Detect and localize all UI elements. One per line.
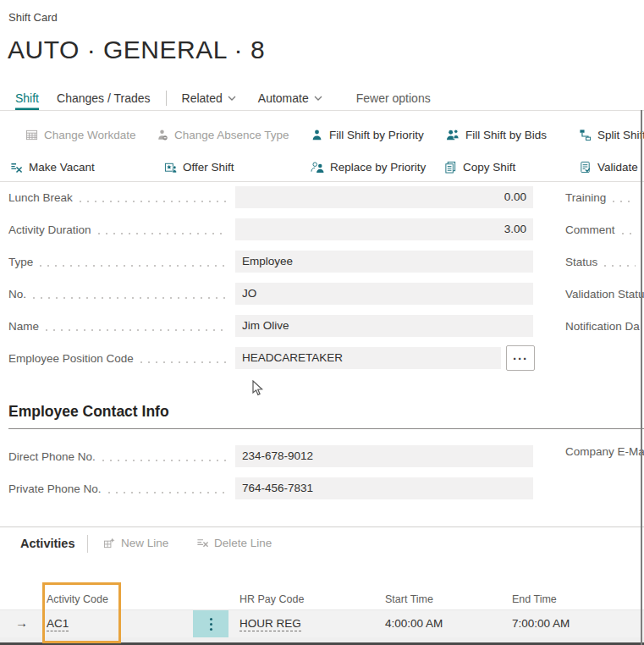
tab-changes-trades[interactable]: Changes / Trades <box>57 86 151 110</box>
field-label: Comment <box>565 223 615 236</box>
offer-shift-button[interactable]: Offer Shift <box>164 157 234 176</box>
delete-line-icon <box>196 537 209 549</box>
action-label: Replace by Priority <box>330 161 426 174</box>
start-time-cell[interactable]: 4:00:00 AM <box>385 617 443 630</box>
vertical-dots-icon <box>210 623 212 626</box>
dotted-leader <box>80 201 227 202</box>
action-label: Make Vacant <box>29 161 95 174</box>
dotted-leader <box>108 492 227 493</box>
delete-line-button[interactable]: Delete Line <box>196 537 272 549</box>
dotted-leader <box>140 361 227 363</box>
action-label: Fill Shift by Priority <box>329 129 424 141</box>
tab-related-label: Related <box>182 91 223 105</box>
field-row-no: No. JO <box>0 278 644 310</box>
activity-code-cell[interactable]: AC1 <box>47 617 69 631</box>
window-right-edge <box>641 110 642 645</box>
make-vacant-button[interactable]: Make Vacant <box>10 157 95 176</box>
column-header-end-time[interactable]: End Time <box>512 593 557 605</box>
menu-tab-bar: Shift Changes / Trades Related Automate … <box>0 86 644 111</box>
type-input[interactable]: Employee <box>235 251 533 273</box>
field-label: Direct Phone No. <box>8 450 96 463</box>
column-header-activity-code[interactable]: Activity Code <box>47 593 108 605</box>
field-label: Type <box>8 256 33 268</box>
assist-edit-button[interactable]: ··· <box>506 345 535 371</box>
end-time-cell[interactable]: 7:00:00 AM <box>512 617 570 630</box>
field-label: Status <box>565 256 597 268</box>
private-phone-input[interactable]: 764-456-7831 <box>235 477 533 499</box>
action-label: Validate <box>597 161 638 174</box>
person-status-icon <box>156 129 168 141</box>
replace-by-priority-button[interactable]: Replace by Priority <box>311 157 426 176</box>
field-label: Activity Duration <box>8 223 91 236</box>
employee-position-code-input[interactable]: HEADCARETAKER <box>235 347 501 369</box>
replace-people-icon <box>311 161 324 174</box>
lunch-break-input[interactable]: 0.00 <box>235 186 533 208</box>
field-row-private-phone: Private Phone No. 764-456-7831 <box>0 472 644 504</box>
activity-duration-input[interactable]: 3.00 <box>235 218 533 240</box>
field-label: Name <box>8 320 39 333</box>
row-options-button[interactable] <box>193 610 228 637</box>
direct-phone-input[interactable]: 234-678-9012 <box>235 445 533 467</box>
dotted-leader <box>40 265 227 267</box>
hr-pay-code-cell[interactable]: HOUR REG <box>239 617 301 631</box>
tab-fewer-options[interactable]: Fewer options <box>356 86 431 110</box>
change-absence-type-button[interactable]: Change Absence Type <box>156 125 289 144</box>
field-label-company-email: Company E-Ma <box>565 445 644 458</box>
activities-part: Activities New Line Delete Line Activity… <box>0 526 644 638</box>
column-header-start-time[interactable]: Start Time <box>385 593 433 605</box>
field-label: Lunch Break <box>8 191 73 204</box>
field-row-employee-position-code: Employee Position Code HEADCARETAKER ··· <box>0 342 644 374</box>
dotted-leader <box>46 329 227 331</box>
change-workdate-button[interactable]: Change Workdate <box>25 125 136 144</box>
field-row-name: Name Jim Olive <box>0 310 644 342</box>
fill-shift-by-priority-button[interactable]: Fill Shift by Priority <box>311 125 424 144</box>
chevron-down-icon <box>228 96 236 101</box>
field-label: Training <box>565 191 606 204</box>
tab-related[interactable]: Related <box>182 86 236 110</box>
field-row-status: Status <box>565 245 644 278</box>
page-title: AUTO · GENERAL · 8 <box>8 36 265 64</box>
column-header-hr-pay-code[interactable]: HR Pay Code <box>239 593 304 605</box>
people-icon <box>446 129 460 141</box>
field-label: Private Phone No. <box>8 482 102 495</box>
validate-button[interactable]: Validate <box>579 157 638 176</box>
tab-shift[interactable]: Shift <box>15 86 39 110</box>
field-row-comment: Comment <box>565 213 644 245</box>
split-shift-button[interactable]: Split Shift <box>579 125 644 144</box>
field-label: Notification Da <box>565 320 640 333</box>
no-input[interactable]: JO <box>235 283 533 305</box>
action-label: Offer Shift <box>183 161 234 174</box>
field-row-type: Type Employee <box>0 245 644 278</box>
action-label: Change Workdate <box>44 129 136 141</box>
calendar-icon <box>25 129 38 141</box>
table-row: → AC1 HOUR REG 4:00:00 AM 7:00:00 AM <box>0 609 644 638</box>
make-vacant-icon <box>10 161 23 174</box>
action-label: Fill Shift by Bids <box>465 129 547 141</box>
name-input[interactable]: Jim Olive <box>235 315 533 337</box>
field-row-lunch-break: Lunch Break 0.00 <box>0 181 644 213</box>
copy-icon <box>444 161 457 174</box>
fill-shift-by-bids-button[interactable]: Fill Shift by Bids <box>446 125 547 144</box>
section-heading: Employee Contact Info <box>8 403 644 421</box>
activities-title: Activities <box>20 537 74 550</box>
action-toolbar: Change Workdate Change Absence Type Fill… <box>0 111 644 182</box>
copy-shift-button[interactable]: Copy Shift <box>444 157 515 176</box>
active-row-arrow-icon: → <box>15 615 28 630</box>
employee-contact-info-section: Employee Contact Info Direct Phone No. 2… <box>0 398 644 504</box>
dotted-leader <box>98 233 227 234</box>
tab-automate[interactable]: Automate <box>258 86 322 110</box>
new-line-button[interactable]: New Line <box>103 537 168 549</box>
action-label: Split Shift <box>597 129 644 141</box>
split-icon <box>579 129 592 141</box>
part-divider <box>87 535 88 553</box>
field-label: Employee Position Code <box>8 352 134 365</box>
field-row-validation-status: Validation Statu <box>565 278 644 310</box>
action-label: New Line <box>121 537 168 549</box>
dotted-leader <box>622 233 636 234</box>
new-line-icon <box>103 537 116 549</box>
section-heading-wrap: Employee Contact Info <box>8 398 644 429</box>
shift-card-page: Shift Card AUTO · GENERAL · 8 Shift Chan… <box>0 0 644 645</box>
field-row-training: Training <box>565 181 644 213</box>
validate-icon <box>579 161 592 174</box>
mouse-cursor <box>252 380 264 397</box>
